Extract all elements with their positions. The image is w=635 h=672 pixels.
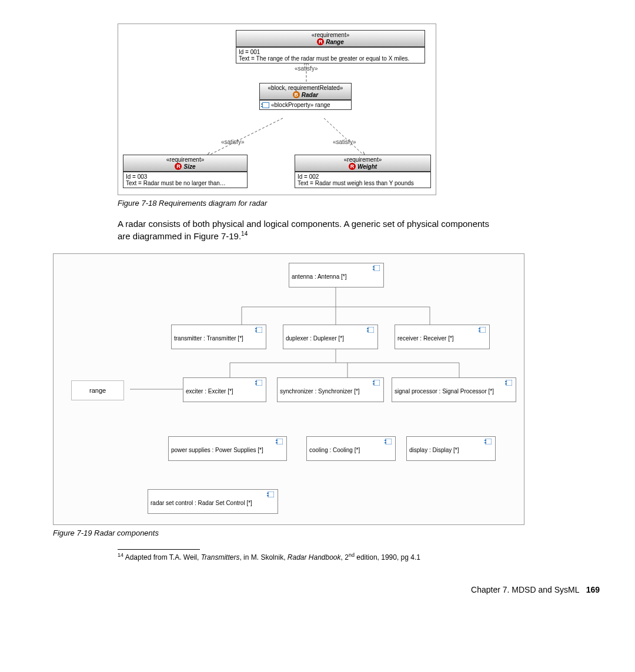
req-text: Text = The range of the radar must be gr… (239, 55, 422, 62)
svg-rect-27 (255, 381, 257, 382)
requirement-icon: R (175, 163, 182, 170)
svg-rect-29 (374, 380, 380, 386)
range-property-box: range (71, 380, 124, 400)
component-icon (255, 327, 262, 334)
block-title: Weight (357, 163, 377, 170)
requirement-icon: R (317, 38, 324, 45)
svg-rect-38 (386, 439, 392, 444)
block-icon: B (293, 91, 300, 98)
block-title: Size (183, 163, 195, 170)
block-radar: «block, requirementRelated» BRadar «bloc… (259, 83, 352, 110)
satisfy-label: «satisfy» (295, 65, 317, 72)
chapter-label: Chapter 7. MDSD and SysML (471, 585, 579, 594)
svg-rect-20 (368, 327, 374, 333)
svg-rect-35 (277, 439, 283, 444)
component-icon (367, 327, 374, 334)
svg-rect-33 (505, 381, 507, 382)
figure-7-18-diagram: «requirement» RRange Id = 001 Text = The… (118, 24, 436, 195)
svg-rect-46 (267, 495, 269, 496)
svg-rect-26 (256, 380, 262, 386)
component-icon (276, 439, 283, 446)
figure-7-19-caption: Figure 7-19 Radar components (53, 529, 600, 537)
svg-rect-41 (486, 439, 492, 444)
svg-rect-36 (276, 440, 278, 441)
stereotype-label: «requirement» (240, 32, 421, 38)
component-icon (505, 380, 512, 387)
component-icon (255, 380, 262, 387)
svg-rect-28 (255, 383, 257, 385)
svg-rect-43 (484, 442, 486, 443)
component-icon (479, 327, 486, 334)
svg-line-2 (324, 118, 365, 156)
component-icon (385, 439, 392, 446)
req-text: Text = Radar must be no larger than… (126, 180, 245, 186)
component-exciter: exciter : Exciter [*] (183, 377, 266, 402)
component-antenna: antenna : Antenna [*] (289, 263, 384, 287)
footnote-14: 14 Adapted from T.A. Weil, Transmitters,… (118, 552, 529, 561)
component-cooling: cooling : Cooling [*] (306, 436, 396, 461)
svg-rect-32 (506, 380, 512, 386)
svg-rect-22 (367, 330, 369, 332)
stereotype-label: «requirement» (299, 156, 427, 163)
svg-rect-42 (484, 440, 486, 441)
req-id: Id = 003 (126, 173, 245, 180)
req-text: Text = Radar must weigh less than Y poun… (298, 180, 428, 186)
requirement-range: «requirement» RRange Id = 001 Text = The… (236, 30, 425, 63)
footnote-ref: 14 (241, 230, 248, 237)
svg-rect-21 (367, 328, 369, 329)
stereotype-label: «block, requirementRelated» (263, 85, 347, 91)
block-property: «blockProperty» range (271, 102, 330, 108)
component-power-supplies: power supplies : Power Supplies [*] (168, 436, 287, 461)
component-signal-processor: signal processor : Signal Processor [*] (392, 377, 516, 402)
req-id: Id = 002 (298, 173, 428, 180)
component-receiver: receiver : Receiver [*] (395, 325, 490, 349)
requirement-icon: R (349, 163, 356, 170)
requirement-weight: «requirement» RWeight Id = 002 Text = Ra… (295, 155, 431, 188)
svg-rect-25 (479, 330, 480, 332)
page-number: 169 (586, 585, 600, 594)
svg-rect-44 (268, 492, 274, 497)
svg-rect-23 (480, 327, 486, 333)
component-display: display : Display [*] (406, 436, 496, 461)
svg-rect-40 (385, 442, 386, 443)
component-icon (484, 439, 492, 446)
svg-rect-15 (373, 266, 375, 268)
component-icon (267, 492, 274, 499)
requirement-size: «requirement» RSize Id = 003 Text = Rada… (123, 155, 248, 188)
component-icon (373, 265, 380, 272)
svg-rect-14 (374, 265, 380, 271)
component-synchronizer: synchronizer : Synchronizer [*] (277, 377, 384, 402)
footnote-separator (118, 549, 200, 550)
svg-rect-24 (479, 328, 480, 329)
svg-rect-34 (505, 383, 507, 385)
svg-rect-45 (267, 493, 269, 494)
svg-rect-17 (256, 327, 262, 333)
svg-line-1 (206, 118, 283, 156)
component-radar-set-control: radar set control : Radar Set Control [*… (148, 489, 278, 514)
svg-rect-37 (276, 442, 278, 443)
stereotype-label: «requirement» (127, 156, 243, 163)
block-property-icon (262, 102, 269, 108)
satisfy-label: «satisfy» (221, 139, 244, 145)
satisfy-label: «satisfy» (333, 139, 356, 145)
component-transmitter: transmitter : Transmitter [*] (171, 325, 266, 349)
svg-rect-18 (255, 328, 257, 329)
figure-7-18-caption: Figure 7-18 Requirements diagram for rad… (118, 199, 600, 208)
svg-rect-19 (255, 330, 257, 332)
block-title: Range (326, 39, 344, 45)
svg-rect-31 (373, 383, 375, 385)
block-title: Radar (302, 92, 318, 98)
component-duplexer: duplexer : Duplexer [*] (283, 325, 378, 349)
svg-rect-16 (373, 269, 375, 270)
component-icon (373, 380, 380, 387)
figure-7-19-diagram: range antenna : Antenna [*] transmitter … (53, 253, 524, 525)
req-id: Id = 001 (239, 49, 422, 55)
page-footer: Chapter 7. MDSD and SysML 169 (35, 585, 600, 594)
body-paragraph: A radar consists of both physical and lo… (118, 218, 494, 243)
svg-rect-30 (373, 381, 375, 382)
svg-rect-39 (385, 440, 386, 441)
